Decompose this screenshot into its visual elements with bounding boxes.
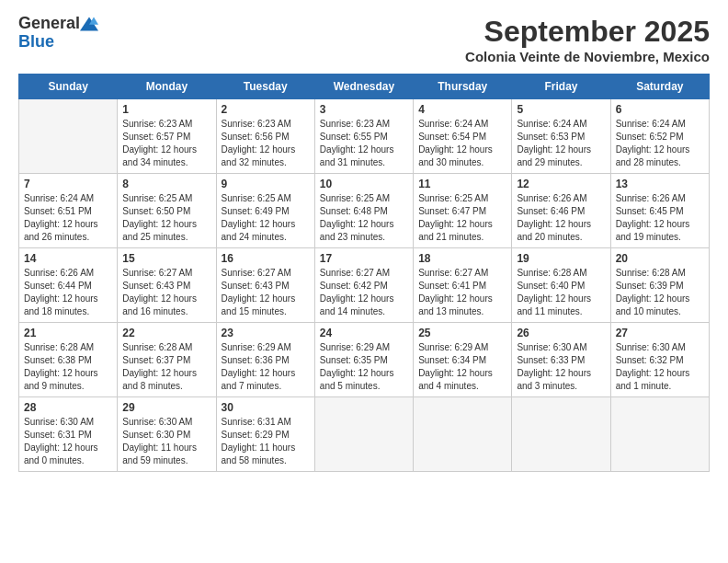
calendar-cell: 30Sunrise: 6:31 AMSunset: 6:29 PMDayligh… [216, 397, 314, 472]
day-number: 7 [24, 178, 112, 190]
header-day-friday: Friday [512, 75, 610, 99]
cell-content: Sunrise: 6:23 AMSunset: 6:57 PMDaylight:… [122, 118, 210, 169]
day-number: 27 [616, 327, 704, 339]
day-number: 14 [24, 252, 112, 265]
calendar-cell: 23Sunrise: 6:29 AMSunset: 6:36 PMDayligh… [216, 323, 314, 397]
day-number: 18 [418, 252, 506, 265]
cell-content: Sunrise: 6:28 AMSunset: 6:39 PMDaylight:… [616, 267, 704, 318]
calendar-table: SundayMondayTuesdayWednesdayThursdayFrid… [18, 74, 710, 472]
cell-content: Sunrise: 6:26 AMSunset: 6:45 PMDaylight:… [616, 192, 704, 244]
cell-content: Sunrise: 6:28 AMSunset: 6:37 PMDaylight:… [122, 341, 210, 393]
day-number: 23 [222, 327, 310, 339]
calendar-week-row: 28Sunrise: 6:30 AMSunset: 6:31 PMDayligh… [19, 397, 710, 472]
calendar-cell: 21Sunrise: 6:28 AMSunset: 6:38 PMDayligh… [19, 323, 118, 397]
header-day-saturday: Saturday [610, 75, 709, 99]
cell-content: Sunrise: 6:29 AMSunset: 6:34 PMDaylight:… [418, 341, 506, 393]
calendar-week-row: 14Sunrise: 6:26 AMSunset: 6:44 PMDayligh… [19, 248, 710, 323]
calendar-cell: 16Sunrise: 6:27 AMSunset: 6:43 PMDayligh… [216, 248, 314, 323]
header-day-wednesday: Wednesday [314, 75, 413, 99]
day-number: 17 [320, 252, 408, 265]
day-number: 20 [616, 252, 704, 265]
cell-content: Sunrise: 6:23 AMSunset: 6:56 PMDaylight:… [222, 118, 310, 169]
cell-content: Sunrise: 6:24 AMSunset: 6:51 PMDaylight:… [24, 192, 112, 244]
day-number: 3 [320, 103, 408, 116]
calendar-cell: 3Sunrise: 6:23 AMSunset: 6:55 PMDaylight… [314, 99, 413, 174]
logo-blue-text: Blue [18, 33, 54, 52]
calendar-cell: 11Sunrise: 6:25 AMSunset: 6:47 PMDayligh… [414, 174, 512, 248]
calendar-cell: 14Sunrise: 6:26 AMSunset: 6:44 PMDayligh… [19, 248, 118, 323]
calendar-cell: 28Sunrise: 6:30 AMSunset: 6:31 PMDayligh… [19, 397, 118, 472]
cell-content: Sunrise: 6:31 AMSunset: 6:29 PMDaylight:… [222, 416, 310, 467]
cell-content: Sunrise: 6:24 AMSunset: 6:53 PMDaylight:… [517, 118, 605, 169]
day-number: 13 [616, 178, 704, 190]
cell-content: Sunrise: 6:30 AMSunset: 6:31 PMDaylight:… [24, 416, 112, 467]
cell-content: Sunrise: 6:30 AMSunset: 6:33 PMDaylight:… [517, 341, 605, 393]
calendar-cell: 24Sunrise: 6:29 AMSunset: 6:35 PMDayligh… [314, 323, 413, 397]
calendar-cell: 15Sunrise: 6:27 AMSunset: 6:43 PMDayligh… [118, 248, 216, 323]
cell-content: Sunrise: 6:27 AMSunset: 6:41 PMDaylight:… [418, 267, 506, 318]
calendar-cell: 20Sunrise: 6:28 AMSunset: 6:39 PMDayligh… [610, 248, 709, 323]
day-number: 10 [320, 178, 408, 190]
day-number: 21 [24, 327, 112, 339]
cell-content: Sunrise: 6:26 AMSunset: 6:44 PMDaylight:… [24, 267, 112, 318]
calendar-body: 1Sunrise: 6:23 AMSunset: 6:57 PMDaylight… [19, 99, 710, 472]
day-number: 1 [122, 103, 210, 116]
day-number: 28 [24, 401, 112, 414]
calendar-cell: 10Sunrise: 6:25 AMSunset: 6:48 PMDayligh… [314, 174, 413, 248]
logo-icon [80, 17, 98, 31]
day-number: 4 [418, 103, 506, 116]
calendar-cell: 5Sunrise: 6:24 AMSunset: 6:53 PMDaylight… [512, 99, 610, 174]
day-number: 19 [517, 252, 605, 265]
calendar-cell [610, 397, 709, 472]
day-number: 5 [517, 103, 605, 116]
day-number: 29 [122, 401, 210, 414]
calendar-cell: 7Sunrise: 6:24 AMSunset: 6:51 PMDaylight… [19, 174, 118, 248]
header-day-sunday: Sunday [19, 75, 118, 99]
cell-content: Sunrise: 6:26 AMSunset: 6:46 PMDaylight:… [517, 192, 605, 244]
calendar-week-row: 1Sunrise: 6:23 AMSunset: 6:57 PMDaylight… [19, 99, 710, 174]
day-number: 26 [517, 327, 605, 339]
calendar-cell: 17Sunrise: 6:27 AMSunset: 6:42 PMDayligh… [314, 248, 413, 323]
calendar-cell: 19Sunrise: 6:28 AMSunset: 6:40 PMDayligh… [512, 248, 610, 323]
cell-content: Sunrise: 6:25 AMSunset: 6:47 PMDaylight:… [418, 192, 506, 244]
calendar-header-row: SundayMondayTuesdayWednesdayThursdayFrid… [19, 75, 710, 99]
calendar-cell: 9Sunrise: 6:25 AMSunset: 6:49 PMDaylight… [216, 174, 314, 248]
calendar-cell: 26Sunrise: 6:30 AMSunset: 6:33 PMDayligh… [512, 323, 610, 397]
month-title: September 2025 [465, 15, 710, 49]
day-number: 25 [418, 327, 506, 339]
calendar-cell: 2Sunrise: 6:23 AMSunset: 6:56 PMDaylight… [216, 99, 314, 174]
header-day-monday: Monday [118, 75, 216, 99]
cell-content: Sunrise: 6:23 AMSunset: 6:55 PMDaylight:… [320, 118, 408, 169]
calendar-week-row: 21Sunrise: 6:28 AMSunset: 6:38 PMDayligh… [19, 323, 710, 397]
calendar-cell: 29Sunrise: 6:30 AMSunset: 6:30 PMDayligh… [118, 397, 216, 472]
cell-content: Sunrise: 6:28 AMSunset: 6:38 PMDaylight:… [24, 341, 112, 393]
cell-content: Sunrise: 6:28 AMSunset: 6:40 PMDaylight:… [517, 267, 605, 318]
calendar-cell [512, 397, 610, 472]
cell-content: Sunrise: 6:27 AMSunset: 6:43 PMDaylight:… [122, 267, 210, 318]
calendar-week-row: 7Sunrise: 6:24 AMSunset: 6:51 PMDaylight… [19, 174, 710, 248]
day-number: 8 [122, 178, 210, 190]
header-day-tuesday: Tuesday [216, 75, 314, 99]
cell-content: Sunrise: 6:30 AMSunset: 6:30 PMDaylight:… [122, 416, 210, 467]
calendar-cell: 6Sunrise: 6:24 AMSunset: 6:52 PMDaylight… [610, 99, 709, 174]
subtitle: Colonia Veinte de Noviembre, Mexico [465, 49, 710, 64]
day-number: 15 [122, 252, 210, 265]
cell-content: Sunrise: 6:25 AMSunset: 6:49 PMDaylight:… [222, 192, 310, 244]
cell-content: Sunrise: 6:24 AMSunset: 6:54 PMDaylight:… [418, 118, 506, 169]
calendar-cell [19, 99, 118, 174]
cell-content: Sunrise: 6:29 AMSunset: 6:36 PMDaylight:… [222, 341, 310, 393]
day-number: 22 [122, 327, 210, 339]
day-number: 24 [320, 327, 408, 339]
cell-content: Sunrise: 6:25 AMSunset: 6:48 PMDaylight:… [320, 192, 408, 244]
calendar-cell: 22Sunrise: 6:28 AMSunset: 6:37 PMDayligh… [118, 323, 216, 397]
cell-content: Sunrise: 6:29 AMSunset: 6:35 PMDaylight:… [320, 341, 408, 393]
calendar-cell: 12Sunrise: 6:26 AMSunset: 6:46 PMDayligh… [512, 174, 610, 248]
day-number: 16 [222, 252, 310, 265]
cell-content: Sunrise: 6:24 AMSunset: 6:52 PMDaylight:… [616, 118, 704, 169]
calendar-cell: 8Sunrise: 6:25 AMSunset: 6:50 PMDaylight… [118, 174, 216, 248]
cell-content: Sunrise: 6:25 AMSunset: 6:50 PMDaylight:… [122, 192, 210, 244]
logo: General Blue [18, 15, 98, 52]
calendar-cell: 18Sunrise: 6:27 AMSunset: 6:41 PMDayligh… [414, 248, 512, 323]
day-number: 9 [222, 178, 310, 190]
calendar-cell: 13Sunrise: 6:26 AMSunset: 6:45 PMDayligh… [610, 174, 709, 248]
